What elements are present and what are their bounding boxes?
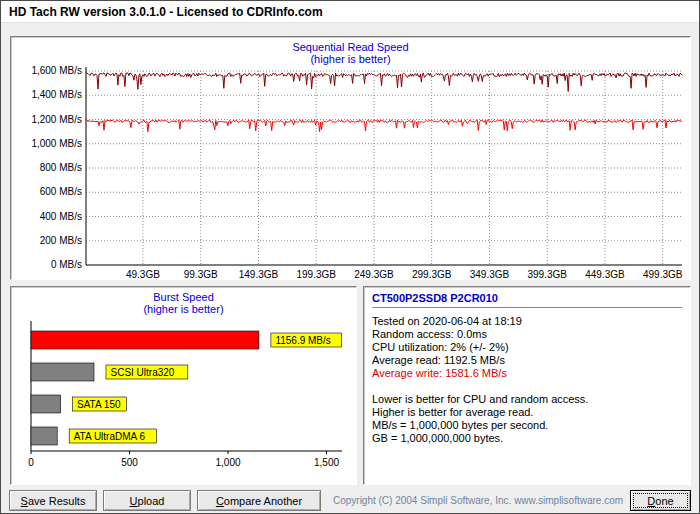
done-button[interactable]: Done [630, 490, 691, 511]
results-separator [372, 307, 682, 311]
svg-text:49.3GB: 49.3GB [126, 269, 160, 279]
cpu-utilization-line: CPU utilization: 2% (+/- 2%) [372, 341, 682, 354]
svg-text:400 MB/s: 400 MB/s [40, 211, 82, 222]
scsi-ultra320-bar [31, 363, 94, 381]
ata-ultradma6-bar [31, 427, 57, 445]
svg-text:99.3GB: 99.3GB [184, 269, 218, 279]
tested-on-line: Tested on 2020-06-04 at 18:19 [372, 315, 682, 328]
window-title: HD Tach RW version 3.0.1.0 - Licensed to… [9, 5, 323, 19]
svg-text:1,600 MB/s: 1,600 MB/s [31, 65, 82, 76]
svg-text:399.3GB: 399.3GB [527, 269, 567, 279]
burst-speed-chart-panel: Burst Speed (higher is better) 05001,000… [10, 286, 357, 485]
svg-text:199.3GB: 199.3GB [296, 269, 336, 279]
title-bar[interactable]: HD Tach RW version 3.0.1.0 - Licensed to… [1, 1, 699, 23]
notes-block: Lower is better for CPU and random acces… [372, 393, 682, 445]
svg-text:600 MB/s: 600 MB/s [40, 186, 82, 197]
note-line: MB/s = 1,000,000 bytes per second. [372, 419, 682, 432]
note-line: Higher is better for average read. [372, 406, 682, 419]
sequential-chart-canvas: 49.3GB99.3GB149.3GB199.3GB249.3GB299.3GB… [11, 65, 690, 279]
svg-text:500: 500 [121, 457, 138, 468]
sequential-write-trace [86, 73, 682, 92]
save-results-button[interactable]: Save Results [9, 490, 97, 511]
svg-text:1,000: 1,000 [215, 457, 240, 468]
sequential-read-trace [86, 120, 682, 132]
sequential-chart-subtitle: (higher is better) [11, 53, 690, 65]
random-access-line: Random access: 0.0ms [372, 328, 682, 341]
svg-text:1,400 MB/s: 1,400 MB/s [31, 89, 82, 100]
tested-drive-bar-label: 1156.9 MB/s [275, 335, 330, 346]
svg-text:349.3GB: 349.3GB [470, 269, 510, 279]
scsi-ultra320-bar-label: SCSI Ultra320 [111, 367, 175, 378]
upload-results-button[interactable]: Upload Results [103, 490, 191, 511]
svg-text:200 MB/s: 200 MB/s [40, 235, 82, 246]
sequential-chart-title: Sequential Read Speed [11, 41, 690, 53]
copyright-text: Copyright (C) 2004 Simpli Software, Inc.… [331, 495, 625, 506]
svg-text:299.3GB: 299.3GB [412, 269, 452, 279]
results-panel: CT500P2SSD8 P2CR010 Tested on 2020-06-04… [363, 286, 691, 485]
svg-text:0 MB/s: 0 MB/s [51, 259, 82, 270]
svg-text:800 MB/s: 800 MB/s [40, 162, 82, 173]
svg-text:1,200 MB/s: 1,200 MB/s [31, 114, 82, 125]
app-window: HD Tach RW version 3.0.1.0 - Licensed to… [0, 0, 700, 514]
drive-name: CT500P2SSD8 P2CR010 [372, 292, 682, 304]
sata-150-bar-label: SATA 150 [77, 399, 121, 410]
sata-150-bar [31, 395, 61, 413]
note-line: GB = 1,000,000,000 bytes. [372, 432, 682, 445]
burst-chart-canvas: 05001,0001,5001156.9 MB/sSCSI Ultra320SA… [11, 319, 356, 482]
compare-another-drive-button[interactable]: Compare Another Drive [197, 490, 321, 511]
tested-drive-bar [31, 331, 259, 349]
average-read-line: Average read: 1192.5 MB/s [372, 354, 682, 367]
note-line: Lower is better for CPU and random acces… [372, 393, 682, 406]
svg-text:0: 0 [28, 457, 34, 468]
average-write-line: Average write: 1581.6 MB/s [372, 367, 682, 380]
ata-ultradma6-bar-label: ATA UltraDMA 6 [74, 431, 146, 442]
sequential-read-chart-panel: Sequential Read Speed (higher is better)… [10, 36, 691, 280]
svg-text:1,000 MB/s: 1,000 MB/s [31, 138, 82, 149]
svg-text:499.3GB: 499.3GB [643, 269, 683, 279]
svg-text:1,500: 1,500 [314, 457, 339, 468]
burst-chart-title: Burst Speed [11, 291, 356, 303]
burst-chart-subtitle: (higher is better) [11, 303, 356, 315]
svg-text:449.3GB: 449.3GB [585, 269, 625, 279]
svg-text:149.3GB: 149.3GB [239, 269, 279, 279]
svg-text:249.3GB: 249.3GB [354, 269, 394, 279]
